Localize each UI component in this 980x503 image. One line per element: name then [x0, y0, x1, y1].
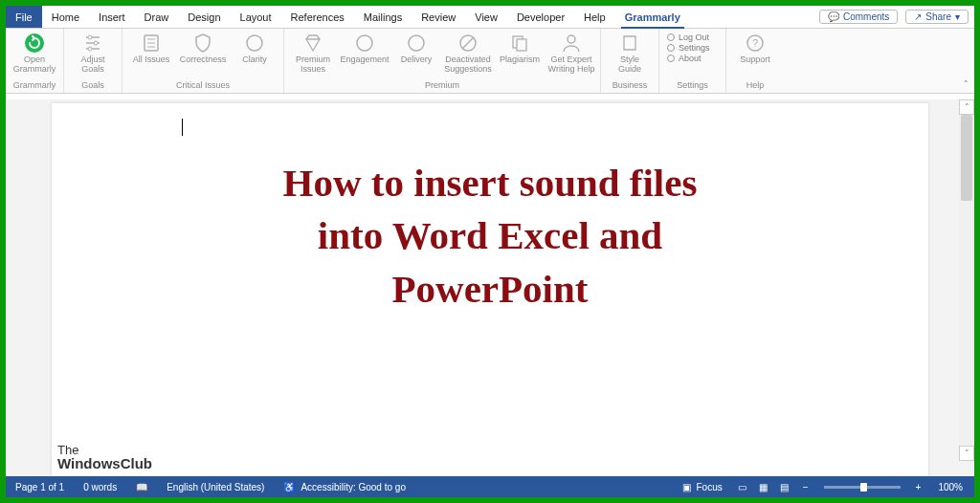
- focus-mode-button[interactable]: ▣ Focus: [673, 476, 732, 497]
- radio-icon: [667, 33, 675, 41]
- zoom-slider[interactable]: [824, 486, 901, 489]
- svg-point-2: [94, 41, 98, 45]
- page-status[interactable]: Page 1 of 1: [6, 476, 74, 497]
- ribbon: Open Grammarly Grammarly Adjust Goals Go…: [6, 29, 974, 94]
- comments-button[interactable]: 💬 Comments: [819, 10, 898, 24]
- about-option[interactable]: About: [667, 54, 718, 63]
- diamond-icon: [302, 33, 323, 54]
- zoom-level[interactable]: 100%: [928, 476, 974, 497]
- tab-file[interactable]: File: [6, 6, 42, 28]
- web-layout-button[interactable]: ▤: [774, 479, 795, 494]
- style-guide-label: Style Guide: [618, 55, 641, 75]
- tab-insert[interactable]: Insert: [89, 6, 135, 28]
- settings-label: Settings: [679, 43, 710, 53]
- tab-grammarly[interactable]: Grammarly: [615, 6, 690, 28]
- svg-point-0: [25, 33, 44, 53]
- svg-point-5: [247, 35, 262, 51]
- adjust-goals-label: Adjust Goals: [80, 55, 104, 75]
- tab-design[interactable]: Design: [178, 6, 230, 28]
- tab-help[interactable]: Help: [574, 6, 615, 28]
- tab-references[interactable]: References: [281, 6, 354, 28]
- group-grammarly-label: Grammarly: [10, 78, 59, 93]
- language-status[interactable]: English (United States): [157, 476, 274, 497]
- all-issues-button[interactable]: All Issues: [126, 31, 176, 65]
- correctness-button[interactable]: Correctness: [178, 31, 228, 65]
- group-critical-label: Critical Issues: [126, 78, 279, 93]
- book-icon: [619, 33, 640, 54]
- style-guide-button[interactable]: Style Guide: [605, 31, 655, 75]
- print-layout-button[interactable]: ▦: [753, 479, 774, 494]
- document-page[interactable]: How to insert sound files into Word Exce…: [52, 103, 928, 476]
- group-help-label: Help: [730, 78, 780, 93]
- spellcheck-status[interactable]: 📖: [126, 476, 157, 497]
- radio-icon: [667, 44, 675, 52]
- vertical-scrollbar[interactable]: [959, 115, 974, 446]
- radio-icon: [667, 55, 675, 62]
- tab-developer[interactable]: Developer: [507, 6, 574, 28]
- copy-icon: [509, 33, 530, 54]
- scrollbar-thumb[interactable]: [961, 115, 972, 201]
- tab-home[interactable]: Home: [42, 6, 89, 28]
- zoom-thumb[interactable]: [860, 483, 867, 492]
- chevron-down-icon: ▾: [955, 11, 960, 22]
- slash-circle-icon: [457, 33, 479, 54]
- group-settings-label: Settings: [663, 78, 722, 93]
- chevron-up-icon: ˄: [964, 79, 969, 89]
- expert-help-button[interactable]: Get Expert Writing Help: [546, 31, 596, 75]
- zoom-in-button[interactable]: +: [912, 482, 925, 492]
- group-business: Style Guide Business: [601, 29, 659, 93]
- read-mode-button[interactable]: ▭: [732, 479, 753, 494]
- tab-layout[interactable]: Layout: [231, 6, 281, 28]
- scroll-up-button[interactable]: ˄: [959, 99, 974, 115]
- group-settings: Log Out Settings About Settings: [659, 29, 726, 93]
- ribbon-tabs: File Home Insert Draw Design Layout Refe…: [6, 6, 974, 29]
- premium-issues-button[interactable]: Premium Issues: [288, 31, 338, 75]
- group-help: ? Support Help: [726, 29, 784, 93]
- open-grammarly-button[interactable]: Open Grammarly: [10, 31, 59, 75]
- engagement-button[interactable]: Engagement: [340, 31, 390, 65]
- support-label: Support: [740, 55, 770, 65]
- person-icon: [561, 33, 582, 54]
- support-button[interactable]: ? Support: [730, 31, 780, 65]
- read-icon: ▭: [738, 482, 746, 492]
- svg-point-1: [88, 35, 92, 39]
- chevron-up-icon: ˄: [965, 102, 969, 112]
- clarity-button[interactable]: Clarity: [230, 31, 279, 65]
- svg-point-6: [357, 35, 372, 51]
- deactivated-label: Deactivated Suggestions: [444, 55, 492, 75]
- word-count[interactable]: 0 words: [74, 476, 126, 497]
- accessibility-status[interactable]: ♿ Accessibility: Good to go: [274, 476, 415, 497]
- svg-text:?: ?: [752, 37, 758, 49]
- headline-text: How to insert sound files into Word Exce…: [52, 157, 928, 316]
- tab-review[interactable]: Review: [412, 6, 465, 28]
- sliders-icon: [82, 33, 103, 54]
- delivery-button[interactable]: Delivery: [391, 31, 441, 65]
- share-icon: ↗: [914, 11, 922, 22]
- accessibility-icon: ♿: [283, 482, 295, 492]
- zoom-out-button[interactable]: −: [799, 482, 813, 492]
- focus-icon: ▣: [682, 482, 691, 492]
- share-label: Share: [925, 11, 951, 22]
- tab-view[interactable]: View: [465, 6, 507, 28]
- deactivated-suggestions-button[interactable]: Deactivated Suggestions: [443, 31, 493, 75]
- group-premium: Premium Issues Engagement Delivery Deact…: [284, 29, 601, 93]
- tab-mailings[interactable]: Mailings: [354, 6, 412, 28]
- logout-option[interactable]: Log Out: [667, 33, 718, 42]
- list-icon: [141, 33, 162, 54]
- share-button[interactable]: ↗ Share ▾: [905, 10, 969, 24]
- collapse-ribbon-button[interactable]: ˄: [957, 29, 974, 93]
- svg-point-3: [88, 47, 92, 51]
- expert-label: Get Expert Writing Help: [548, 55, 595, 75]
- correctness-label: Correctness: [180, 55, 227, 65]
- tab-draw[interactable]: Draw: [135, 6, 179, 28]
- adjust-goals-button[interactable]: Adjust Goals: [68, 31, 118, 75]
- engagement-label: Engagement: [340, 55, 389, 65]
- print-layout-icon: ▦: [759, 482, 768, 492]
- settings-option[interactable]: Settings: [667, 43, 718, 53]
- circle-icon: [354, 33, 375, 54]
- scroll-down-button[interactable]: ˅: [959, 446, 974, 461]
- plagiarism-button[interactable]: Plagiarism: [495, 31, 545, 65]
- status-bar: Page 1 of 1 0 words 📖 English (United St…: [6, 476, 974, 497]
- text-cursor: [182, 119, 183, 136]
- focus-label: Focus: [697, 482, 723, 492]
